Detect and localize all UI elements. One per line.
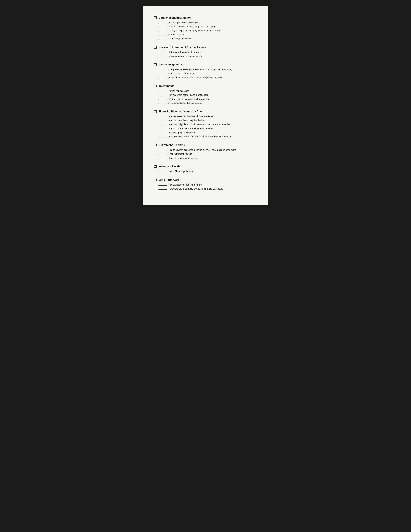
list-item: Inflation/interest rate adjustments bbox=[159, 55, 257, 58]
items-list-long-term-care: Review needs of family membersPurchase L… bbox=[159, 183, 257, 190]
list-item: Health savings accounts, pension plans, … bbox=[159, 148, 257, 152]
item-text: Sale of a home, business, major asset tr… bbox=[168, 25, 215, 28]
section-title-retirement-planning: Retirement Planning bbox=[159, 143, 185, 147]
item-text: Age 62-70: Apply for Social Security ben… bbox=[168, 127, 213, 130]
list-item: Examine performance of each investment bbox=[159, 97, 257, 101]
blank-line bbox=[159, 183, 167, 186]
item-text: Career changes bbox=[168, 33, 185, 37]
checkbox-retirement-planning[interactable] bbox=[154, 144, 157, 146]
blank-line bbox=[159, 21, 167, 23]
checkbox-update-client[interactable] bbox=[154, 17, 157, 19]
section-title-economic-events: Review of Economic/Political Events bbox=[159, 46, 206, 49]
list-item: Revisit risk tolerance bbox=[159, 89, 257, 93]
section-header-long-term-care: Long-Term Care bbox=[154, 178, 257, 181]
item-text: Examine performance of each investment bbox=[168, 97, 210, 101]
section-title-long-term-care: Long-Term Care bbox=[159, 178, 179, 181]
blank-line bbox=[159, 187, 167, 190]
item-text: Revisit risk tolerance bbox=[168, 89, 189, 93]
section-header-update-client: Update client information bbox=[154, 16, 257, 19]
list-item: Review entire portfolio and identify gap… bbox=[159, 93, 257, 97]
list-item: Consolidate student loans bbox=[159, 72, 257, 75]
section-header-retirement-planning: Retirement Planning bbox=[154, 143, 257, 147]
item-text: Health savings accounts, pension plans, … bbox=[168, 148, 236, 152]
checkbox-long-term-care[interactable] bbox=[154, 179, 157, 181]
blank-line bbox=[159, 102, 167, 104]
item-text: Review entire portfolio and identify gap… bbox=[168, 93, 208, 97]
item-text: Review needs of family members bbox=[168, 183, 202, 187]
section-title-update-client: Update client information bbox=[159, 16, 191, 19]
list-item: Post-retirement lifestyle bbox=[159, 152, 257, 156]
item-text: Family changes - marriages, divorces, bi… bbox=[168, 29, 221, 32]
section-header-economic-events: Review of Economic/Political Events bbox=[154, 46, 257, 49]
section-header-investments: Investments bbox=[154, 85, 257, 88]
item-text: Purchase LTC insurance or devise a plan … bbox=[168, 187, 223, 190]
section-header-debt-management: Debt Management bbox=[154, 63, 257, 66]
blank-line bbox=[159, 89, 167, 92]
item-text: Age 55: Consider 401(k) distributions bbox=[168, 119, 206, 122]
item-text: Retirement/Estate/Tax legislation bbox=[168, 50, 201, 54]
items-list-insurance-needs: Health/disability/life/auto bbox=[159, 170, 257, 173]
blank-line bbox=[159, 51, 167, 53]
section-title-insurance-needs: Insurance Needs bbox=[159, 165, 180, 168]
item-text: Current income/adjustments bbox=[168, 156, 197, 160]
item-text: Address/phone/email changes bbox=[168, 21, 199, 24]
blank-line bbox=[159, 157, 167, 159]
items-list-investments: Revisit risk toleranceReview entire port… bbox=[159, 89, 257, 105]
section-title-investments: Investments bbox=[159, 85, 174, 88]
checkbox-investments[interactable] bbox=[154, 85, 157, 87]
blank-line bbox=[159, 72, 167, 74]
list-item: Health/disability/life/auto bbox=[159, 170, 257, 173]
checkbox-economic-events[interactable] bbox=[154, 46, 157, 48]
blank-line bbox=[159, 25, 167, 28]
list-item: Age 50: Make catch-up contributions to I… bbox=[159, 115, 257, 118]
checkbox-insurance-needs[interactable] bbox=[154, 165, 157, 168]
items-list-retirement-planning: Health savings accounts, pension plans, … bbox=[159, 148, 257, 160]
section-title-financial-planning: Financial Planning Issues by Age bbox=[159, 110, 202, 113]
list-item: Purchase LTC insurance or devise a plan … bbox=[159, 187, 257, 190]
list-item: Age 59½: Eligible for distributions from… bbox=[159, 123, 257, 126]
list-item: Family changes - marriages, divorces, bi… bbox=[159, 29, 257, 32]
section-debt-management: Debt ManagementCompare interest rates on… bbox=[154, 63, 257, 79]
item-text: Health/disability/life/auto bbox=[168, 170, 193, 173]
blank-line bbox=[159, 29, 167, 31]
list-item: Address/phone/email changes bbox=[159, 21, 257, 24]
list-item: Career changes bbox=[159, 33, 257, 37]
item-text: Consolidate student loans bbox=[168, 72, 194, 75]
section-economic-events: Review of Economic/Political EventsRetir… bbox=[154, 46, 257, 58]
section-update-client: Update client informationAddress/phone/e… bbox=[154, 16, 257, 40]
blank-line bbox=[159, 149, 167, 151]
item-text: Age 59½: Eligible for distributions from… bbox=[168, 123, 230, 126]
blank-line bbox=[159, 37, 167, 39]
item-text: Age 70½: Start taking required minimum d… bbox=[168, 135, 232, 138]
blank-line bbox=[159, 135, 167, 137]
section-title-debt-management: Debt Management bbox=[159, 63, 182, 66]
list-item: Age 65: Apply for Medicare bbox=[159, 131, 257, 134]
blank-line bbox=[159, 127, 167, 129]
list-item: Review needs of family members bbox=[159, 183, 257, 187]
item-text: Adjust asset allocation as needed bbox=[168, 101, 202, 105]
list-item: Current income/adjustments bbox=[159, 156, 257, 160]
blank-line bbox=[159, 115, 167, 117]
checkbox-financial-planning[interactable] bbox=[154, 110, 157, 113]
item-text: Age 50: Make catch-up contributions to I… bbox=[168, 115, 213, 118]
blank-line bbox=[159, 170, 167, 172]
blank-line bbox=[159, 152, 167, 155]
section-header-insurance-needs: Insurance Needs bbox=[154, 165, 257, 168]
list-item: Client health concerns bbox=[159, 37, 257, 40]
items-list-update-client: Address/phone/email changesSale of a hom… bbox=[159, 21, 257, 40]
blank-line bbox=[159, 94, 167, 96]
item-text: Age 65: Apply for Medicare bbox=[168, 131, 196, 134]
checkbox-debt-management[interactable] bbox=[154, 63, 157, 66]
list-item: Age 55: Consider 401(k) distributions bbox=[159, 119, 257, 122]
blank-line bbox=[159, 76, 167, 78]
section-retirement-planning: Retirement PlanningHealth savings accoun… bbox=[154, 143, 257, 160]
checklist-page: Update client informationAddress/phone/e… bbox=[143, 6, 268, 205]
items-list-economic-events: Retirement/Estate/Tax legislationInflati… bbox=[159, 50, 257, 58]
items-list-debt-management: Compare interest rates on home loans and… bbox=[159, 68, 257, 79]
section-financial-planning: Financial Planning Issues by AgeAge 50: … bbox=[154, 110, 257, 138]
blank-line bbox=[159, 123, 167, 125]
list-item: Retirement/Estate/Tax legislation bbox=[159, 50, 257, 54]
section-investments: InvestmentsRevisit risk toleranceReview … bbox=[154, 85, 257, 105]
section-insurance-needs: Insurance NeedsHealth/disability/life/au… bbox=[154, 165, 257, 173]
blank-line bbox=[159, 131, 167, 133]
